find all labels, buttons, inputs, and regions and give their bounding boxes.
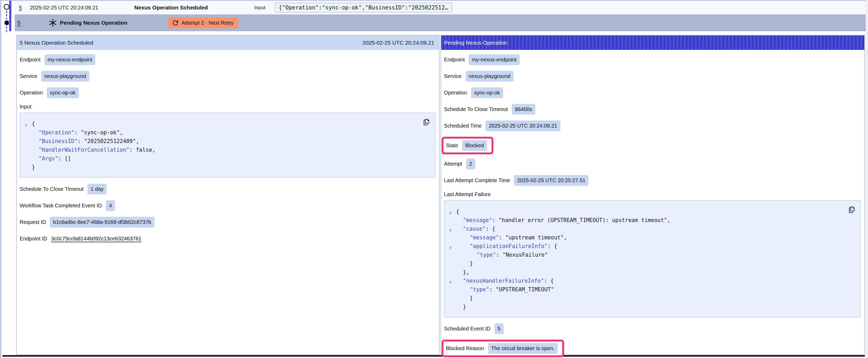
json-token: } xyxy=(463,304,466,310)
event-history-page: 5 2025-02-25 UTC 20:24:09.21 Nexus Opera… xyxy=(0,0,868,358)
scheduled-panel-title: 5 Nexus Operation Scheduled xyxy=(20,40,93,46)
json-token: { xyxy=(456,208,459,215)
json-key: "message" xyxy=(470,234,499,241)
field-blocked-reason: Blocked ReasonThe circuit breaker is ope… xyxy=(444,339,861,357)
pending-panel-header: Pending Nexus Operation xyxy=(441,35,864,50)
field-label: Service xyxy=(444,73,462,79)
code-line: } xyxy=(22,163,419,172)
field-label: Schedule To Close Timeout xyxy=(444,106,508,112)
code-line: "message": "upstream timeout", xyxy=(446,233,844,242)
json-token: "UPSTREAM_TIMEOUT" xyxy=(496,286,554,293)
field-label: Schedule To Close Timeout xyxy=(20,186,84,192)
field-operation: Operationsync-op-ok xyxy=(20,87,435,98)
pending-title: Pending Nexus Operation xyxy=(60,20,127,26)
pending-panel-title: Pending Nexus Operation xyxy=(444,40,507,46)
field-value-badge: b1c6a4bc-8ee7-468a-9169-df3b02c8737b xyxy=(50,217,154,228)
json-key: "HandlerWaitForCancellation" xyxy=(39,147,129,153)
field-scheduled-event-id: Scheduled Event ID5 xyxy=(444,323,861,334)
code-line: }, xyxy=(446,268,844,276)
event-row-scheduled[interactable]: 5 2025-02-25 UTC 20:24:09.21 Nexus Opera… xyxy=(15,1,866,14)
code-line: } xyxy=(446,303,844,311)
field-label: Request ID xyxy=(20,219,46,225)
scrollbar-track[interactable] xyxy=(866,0,868,358)
field-value-badge: 2025-02-25 UTC 20:25:27.51 xyxy=(514,175,588,186)
json-token: : xyxy=(492,217,499,223)
json-token: [] xyxy=(65,155,71,162)
json-key: "message" xyxy=(463,217,492,223)
field-label: Endpoint xyxy=(444,57,465,63)
input-label: Input xyxy=(254,5,265,10)
field-scheduled-time: Scheduled Time2025-02-25 UTC 20:24:09.21 xyxy=(444,120,861,131)
selected-group-indicator-bar xyxy=(9,1,11,31)
json-token: } xyxy=(470,295,473,301)
json-token: { xyxy=(32,121,35,127)
field-label: Last Attempt Complete Time xyxy=(444,177,510,184)
event-title: Nexus Operation Scheduled xyxy=(134,4,208,11)
input-preview-badge[interactable]: {"Operation":"sync-op-ok","BusinessID":"… xyxy=(275,3,452,12)
field-label: Endpoint ID xyxy=(20,236,47,242)
field-endpoint: Endpointmy-nexus-endpoint xyxy=(444,54,861,65)
json-token: "upstream timeout", xyxy=(505,234,567,241)
section-input: Input∨{"Operation": "sync-op-ok","Busine… xyxy=(20,104,435,178)
json-key: "cause" xyxy=(463,226,486,232)
field-value-badge: The circuit breaker is open. xyxy=(488,343,558,354)
section-label: Input xyxy=(20,104,435,110)
field-state: StateBlocked xyxy=(444,137,861,154)
json-token: : xyxy=(496,252,502,258)
pending-asterisk-icon xyxy=(49,19,57,27)
json-token: { xyxy=(554,243,557,249)
field-schedule-to-close-timeout: Schedule To Close Timeout86400s xyxy=(444,104,861,115)
json-token: "sync-op-ok", xyxy=(81,129,123,136)
field-label: Attempt xyxy=(444,161,462,167)
field-value-link[interactable]: 3c0c75ccfa8144b092c13ce632463761 xyxy=(51,236,142,242)
timeline-event-marker xyxy=(4,4,9,10)
field-value-badge: 1 day xyxy=(88,184,107,194)
copy-icon[interactable] xyxy=(847,206,856,214)
pending-operation-panel: Pending Nexus Operation Endpointmy-nexus… xyxy=(440,35,865,355)
json-token: : xyxy=(74,129,81,136)
field-label: Endpoint xyxy=(20,57,40,63)
scheduled-panel-timestamp: 2025-02-25 UTC 20:24:09.21 xyxy=(363,40,434,46)
section-last-attempt-failure: Last Attempt Failure∨{"message": "handle… xyxy=(444,191,861,317)
field-label: Operation xyxy=(444,90,467,96)
json-token: : xyxy=(548,243,554,249)
code-line: } xyxy=(446,259,844,268)
next-event-divider xyxy=(2,355,865,357)
field-value-badge: 86400s xyxy=(512,104,535,115)
event-timestamp: 2025-02-25 UTC 20:24:09.21 xyxy=(30,5,98,11)
field-value-badge: sync-op-ok xyxy=(471,88,503,98)
field-label: Workflow Task Completed Event ID xyxy=(20,203,102,209)
event-id-link[interactable]: 5 xyxy=(17,20,21,26)
json-token: "handler error (UPSTREAM_TIMEOUT): upstr… xyxy=(499,217,671,223)
left-edge-border xyxy=(0,0,1,358)
field-label: Blocked Reason xyxy=(446,346,484,352)
json-key: "Operation" xyxy=(39,129,74,136)
field-schedule-to-close-timeout: Schedule To Close Timeout1 day xyxy=(20,184,435,194)
highlight-box: Blocked ReasonThe circuit breaker is ope… xyxy=(442,339,564,357)
code-line: } xyxy=(446,294,844,303)
copy-icon[interactable] xyxy=(422,118,430,126)
field-value-badge: sync-op-ok xyxy=(47,88,79,98)
event-id-link[interactable]: 5 xyxy=(19,5,22,11)
field-value-badge: Blocked xyxy=(462,140,487,151)
event-row-pending[interactable]: 5 Pending Nexus Operation Attempt 2 · Ne… xyxy=(15,14,866,31)
retry-badge-label: Attempt 2 · Next Retry xyxy=(182,20,234,26)
code-line: "Args": [] xyxy=(22,154,419,163)
code-line: ∨"applicationFailureInfo": { xyxy=(446,242,844,251)
field-value-badge: nexus-playground xyxy=(466,71,514,82)
field-value-badge: 2025-02-25 UTC 20:24:09.21 xyxy=(486,121,560,131)
timeline-current-marker xyxy=(4,20,10,26)
json-token: : xyxy=(486,226,492,232)
retry-icon xyxy=(172,20,178,26)
right-panel-body: Endpointmy-nexus-endpointServicenexus-pl… xyxy=(441,50,864,357)
json-token: { xyxy=(550,278,554,284)
code-line: "type": "UPSTREAM_TIMEOUT" xyxy=(446,285,844,294)
highlight-box: StateBlocked xyxy=(442,137,493,154)
json-token: }, xyxy=(463,269,469,275)
json-key: "nexusHandlerFailureInfo" xyxy=(463,278,544,284)
field-endpoint-id: Endpoint ID3c0c75ccfa8144b092c13ce632463… xyxy=(20,233,435,244)
code-line: ∨{ xyxy=(22,120,419,128)
timeline-dashed-connector xyxy=(6,11,7,20)
json-token: } xyxy=(32,164,35,170)
code-line: "BusinessID": "20250225122409", xyxy=(22,137,419,146)
